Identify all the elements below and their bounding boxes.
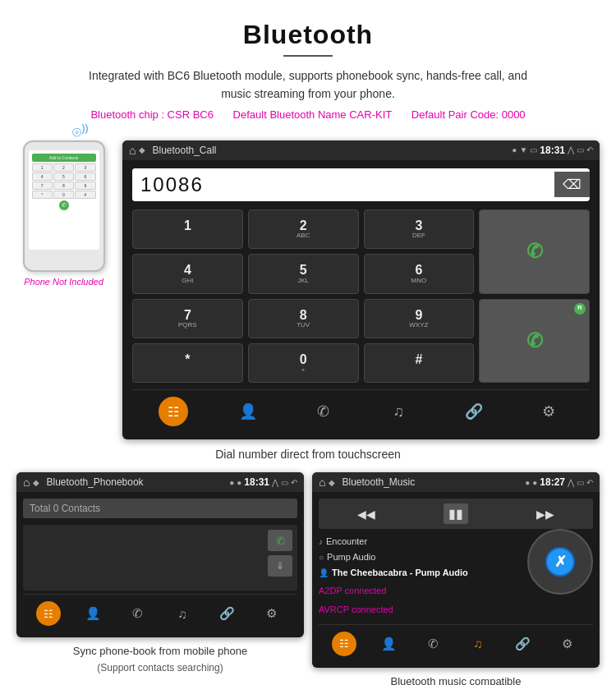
dial-redial-button[interactable]: ✆ R xyxy=(479,299,590,384)
phonebook-caption-sub: (Support contacts searching) xyxy=(97,662,223,674)
pb-phone-icon[interactable]: ✆ xyxy=(126,601,150,626)
dial-statusbar: ⌂ ◆ Bluetooth_Call ● ▼ ▭ 18:31 ⋀ ▭ ↶ xyxy=(122,140,600,160)
music-controls: ◀◀ ▮▮ ▶▶ xyxy=(319,499,593,529)
spec-chip: Bluetooth chip : CSR BC6 xyxy=(90,108,214,121)
phone-key-9: 9 xyxy=(75,182,95,190)
bluetooth-signal-icon: ⦾ xyxy=(72,126,81,140)
dial-screen-title: Bluetooth_Call xyxy=(152,145,508,156)
mu-phone-icon[interactable]: ✆ xyxy=(421,632,446,656)
pb-dot2-icon: ● xyxy=(237,478,241,487)
pb-dot1-icon: ● xyxy=(229,478,234,487)
dial-contacts-icon[interactable]: 👤 xyxy=(233,397,263,426)
dial-keypad: 1 2ABC 3DEF ✆ 4GHI 5JKL 6MNO 7PQRS 8TUV … xyxy=(132,209,590,384)
statusbar-time: 18:31 xyxy=(540,145,565,156)
mu-link-icon[interactable]: 🔗 xyxy=(510,632,535,656)
page-description: Integrated with BC6 Bluetooth module, su… xyxy=(78,67,538,103)
phone-key-0: 0 xyxy=(53,191,74,199)
dial-music-icon[interactable]: ♫ xyxy=(384,397,413,426)
dial-key-star[interactable]: * xyxy=(132,343,243,383)
pb-time: 18:31 xyxy=(244,476,269,488)
dial-key-5[interactable]: 5JKL xyxy=(248,254,359,293)
pb-music-icon[interactable]: ♫ xyxy=(170,601,195,626)
phonebook-caption: Sync phone-book from mobile phone (Suppo… xyxy=(73,643,247,675)
phonebook-search[interactable]: Total 0 Contacts xyxy=(23,499,297,518)
bluetooth-specs: Bluetooth chip : CSR BC6 Default Bluetoo… xyxy=(33,108,583,121)
dial-key-8[interactable]: 8TUV xyxy=(248,299,359,338)
mu-window-icon: ▭ xyxy=(577,478,584,487)
wifi-icon: ● xyxy=(512,145,517,154)
dial-settings-icon[interactable]: ⚙ xyxy=(534,397,563,426)
music-item: ⌂ ◆ Bluetooth_Music ● ● 18:27 ⋀ ▭ ↶ ◀◀ ▮… xyxy=(312,472,600,685)
signal-icon: ▼ xyxy=(519,145,527,154)
mu-home-icon: ⌂ xyxy=(319,476,325,489)
dial-key-9[interactable]: 9WXYZ xyxy=(364,299,475,338)
pb-dialpad-button[interactable]: ☷ xyxy=(36,601,61,626)
phone-container: ⦾ )) Add to Contacts 1 2 3 4 5 6 7 8 9 xyxy=(16,140,111,287)
pb-link-icon[interactable]: 🔗 xyxy=(214,601,239,626)
phone-label: Phone Not Included xyxy=(24,277,103,287)
music-statusbar: ⌂ ◆ Bluetooth_Music ● ● 18:27 ⋀ ▭ ↶ xyxy=(312,472,600,492)
phone-key-6: 6 xyxy=(75,172,95,181)
pb-back-icon: ↶ xyxy=(291,478,297,487)
phone-key-hash: # xyxy=(75,191,95,199)
mu-dot2-icon: ● xyxy=(532,478,537,487)
phone-key-5: 5 xyxy=(53,172,74,181)
phonebook-download-button[interactable]: ⇓ xyxy=(268,555,292,577)
phonebook-item: ⌂ ◆ Bluetooth_Phonebook ● ● 18:31 ⋀ ▭ ↶ … xyxy=(16,472,304,685)
dial-key-0[interactable]: 0+ xyxy=(248,343,359,383)
phone-key-8: 8 xyxy=(53,182,74,190)
music-track-name-1: Encounter xyxy=(326,534,367,549)
mu-settings-icon[interactable]: ⚙ xyxy=(555,632,580,656)
dial-content: 10086 ⌫ 1 2ABC 3DEF ✆ 4GHI 5JKL 6MNO 7PQ… xyxy=(122,160,600,440)
expand-icon: ⋀ xyxy=(568,145,574,154)
music-track-2: ○ Pump Audio xyxy=(319,549,519,565)
dial-screen: ⌂ ◆ Bluetooth_Call ● ▼ ▭ 18:31 ⋀ ▭ ↶ 100… xyxy=(122,140,600,440)
dial-link-icon[interactable]: 🔗 xyxy=(459,397,489,426)
page-title: Bluetooth xyxy=(33,20,583,50)
music-track-1: ♪ Encounter xyxy=(319,534,519,549)
music-prev-button[interactable]: ◀◀ xyxy=(357,508,375,521)
dial-key-2[interactable]: 2ABC xyxy=(248,209,359,249)
dial-key-6[interactable]: 6MNO xyxy=(364,254,475,293)
dial-backspace-button[interactable]: ⌫ xyxy=(554,172,590,197)
phonebook-screen: ⌂ ◆ Bluetooth_Phonebook ● ● 18:31 ⋀ ▭ ↶ … xyxy=(16,472,304,637)
mu-mic-icon: ◆ xyxy=(329,478,335,487)
dial-number-display: 10086 xyxy=(132,168,554,201)
dial-key-4[interactable]: 4GHI xyxy=(132,254,243,293)
music-track-name-3: The Cheebacabra - Pump Audio xyxy=(332,565,468,581)
phone-key-3: 3 xyxy=(75,163,95,172)
music-avrcp-status: AVRCP connected xyxy=(319,602,519,618)
pb-home-icon: ⌂ xyxy=(23,476,30,489)
phone-image: Add to Contacts 1 2 3 4 5 6 7 8 9 * 0 # xyxy=(23,140,105,272)
music-pause-button[interactable]: ▮▮ xyxy=(444,503,468,524)
music-track-list: ✗ ♪ Encounter ○ Pump Audio 👤 The Cheebac… xyxy=(319,534,593,617)
dial-dialpad-button[interactable]: ☷ xyxy=(159,397,188,426)
dial-call-button[interactable]: ✆ xyxy=(479,209,590,294)
phonebook-search-placeholder: Total 0 Contacts xyxy=(30,503,100,514)
pb-contacts-icon[interactable]: 👤 xyxy=(80,601,105,626)
dial-key-1[interactable]: 1 xyxy=(132,209,243,249)
phonebook-call-button[interactable]: ✆ xyxy=(268,530,292,551)
pb-mic-icon: ◆ xyxy=(33,478,39,487)
dial-caption: Dial number direct from touchscreen xyxy=(0,448,616,461)
phone-call-button: ✆ xyxy=(59,200,69,210)
dial-key-3[interactable]: 3DEF xyxy=(364,209,475,249)
mu-contacts-icon[interactable]: 👤 xyxy=(376,632,401,656)
status-icons: ● ▼ ▭ 18:31 ⋀ ▭ ↶ xyxy=(512,145,593,156)
dial-key-hash[interactable]: # xyxy=(364,343,475,383)
pb-bottombar: ☷ 👤 ✆ ♫ 🔗 ⚙ xyxy=(23,594,297,631)
phone-key-star: * xyxy=(32,191,53,199)
bluetooth-waves-icon: )) xyxy=(82,122,89,134)
music-next-button[interactable]: ▶▶ xyxy=(536,508,554,521)
phonebook-content: Total 0 Contacts ✆ ⇓ ☷ 👤 ✆ ♫ 🔗 ⚙ xyxy=(16,492,304,637)
mu-dialpad-button[interactable]: ☷ xyxy=(332,632,356,656)
pb-settings-icon[interactable]: ⚙ xyxy=(260,601,284,626)
mu-music-icon[interactable]: ♫ xyxy=(466,632,490,656)
dial-phone-icon[interactable]: ✆ xyxy=(309,397,338,426)
pb-status-icons: ● ● 18:31 ⋀ ▭ ↶ xyxy=(229,476,297,488)
phone-key-2: 2 xyxy=(53,163,74,172)
dial-key-7[interactable]: 7PQRS xyxy=(132,299,243,338)
recall-badge: R xyxy=(574,303,586,315)
phone-numpad: 1 2 3 4 5 6 7 8 9 * 0 # xyxy=(32,163,96,199)
mu-expand-icon: ⋀ xyxy=(568,478,574,487)
